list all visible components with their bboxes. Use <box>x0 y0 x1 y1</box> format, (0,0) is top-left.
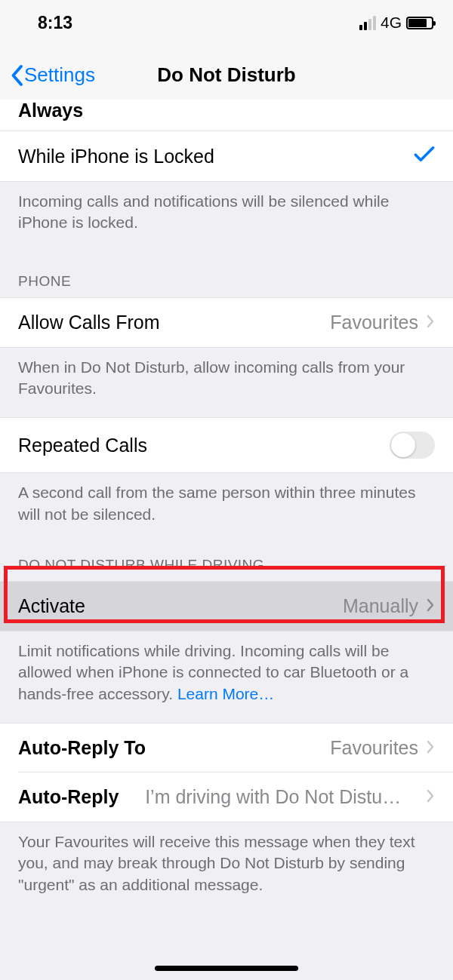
auto-reply-to-row[interactable]: Auto-Reply To Favourites <box>0 723 453 773</box>
content: Always While iPhone is Locked Incoming c… <box>0 100 453 914</box>
checkmark-icon <box>414 145 435 167</box>
driving-header: DO NOT DISTURB WHILE DRIVING <box>0 543 453 581</box>
network-label: 4G <box>381 14 402 32</box>
phone-header: PHONE <box>0 252 453 297</box>
allow-calls-label: Allow Calls From <box>18 312 160 333</box>
repeated-calls-toggle[interactable] <box>390 432 435 459</box>
activate-label: Activate <box>18 595 85 617</box>
silence-footer: Incoming calls and notifications will be… <box>0 182 453 252</box>
status-time: 8:13 <box>38 13 72 33</box>
back-label: Settings <box>24 63 95 87</box>
learn-more-link[interactable]: Learn More… <box>177 685 274 702</box>
chevron-left-icon <box>9 64 24 87</box>
chevron-right-icon <box>426 737 435 759</box>
auto-reply-to-label: Auto-Reply To <box>18 737 146 759</box>
allow-calls-value: Favourites <box>330 312 418 333</box>
signal-icon <box>359 16 376 30</box>
chevron-right-icon <box>426 312 435 333</box>
activate-value: Manually <box>343 595 418 617</box>
status-right: 4G <box>359 14 433 32</box>
chevron-right-icon <box>426 595 435 617</box>
auto-reply-row[interactable]: Auto-Reply I’m driving with Do Not Distu… <box>0 773 453 822</box>
silence-option-while-locked[interactable]: While iPhone is Locked <box>0 131 453 182</box>
auto-reply-to-value: Favourites <box>330 737 418 759</box>
allow-calls-from-row[interactable]: Allow Calls From Favourites <box>0 297 453 348</box>
activate-row[interactable]: Activate Manually <box>0 581 453 631</box>
home-indicator <box>155 966 298 971</box>
repeated-calls-footer: A second call from the same person withi… <box>0 473 453 543</box>
auto-reply-label: Auto-Reply <box>18 786 119 808</box>
silence-always-label: Always <box>18 100 83 121</box>
repeated-calls-label: Repeated Calls <box>18 435 147 456</box>
back-button[interactable]: Settings <box>9 63 95 87</box>
nav-bar: Settings Do Not Disturb <box>0 45 453 106</box>
allow-calls-footer: When in Do Not Disturb, allow incoming c… <box>0 348 453 418</box>
repeated-calls-row[interactable]: Repeated Calls <box>0 417 453 473</box>
silence-while-locked-label: While iPhone is Locked <box>18 146 214 167</box>
status-bar: 8:13 4G <box>0 0 453 45</box>
chevron-right-icon <box>426 786 435 808</box>
battery-icon <box>406 17 433 29</box>
silence-option-always[interactable]: Always <box>0 100 453 131</box>
driving-footer: Limit notifications while driving. Incom… <box>0 631 453 723</box>
auto-reply-value: I’m driving with Do Not Distu… <box>145 786 401 808</box>
auto-reply-footer: Your Favourites will receive this messag… <box>0 822 453 914</box>
